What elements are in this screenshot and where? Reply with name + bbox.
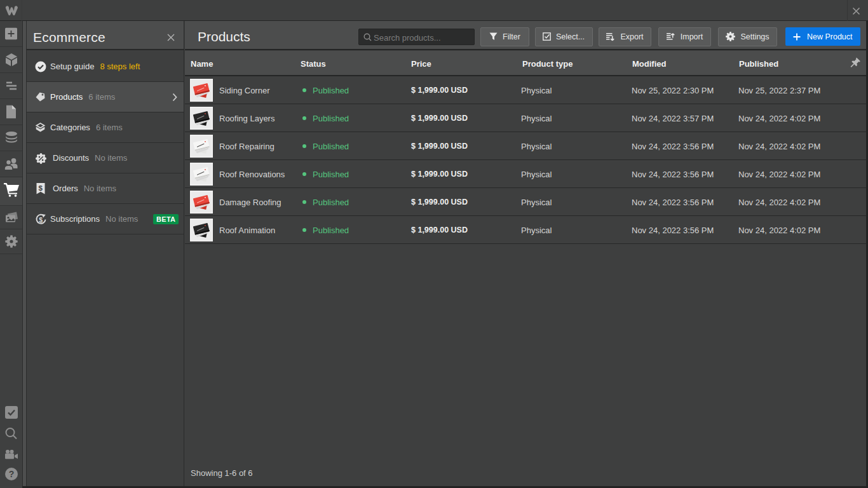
svg-text:$: $ (38, 184, 43, 192)
svg-text:$: $ (39, 216, 43, 224)
svg-text:?: ? (8, 469, 14, 479)
